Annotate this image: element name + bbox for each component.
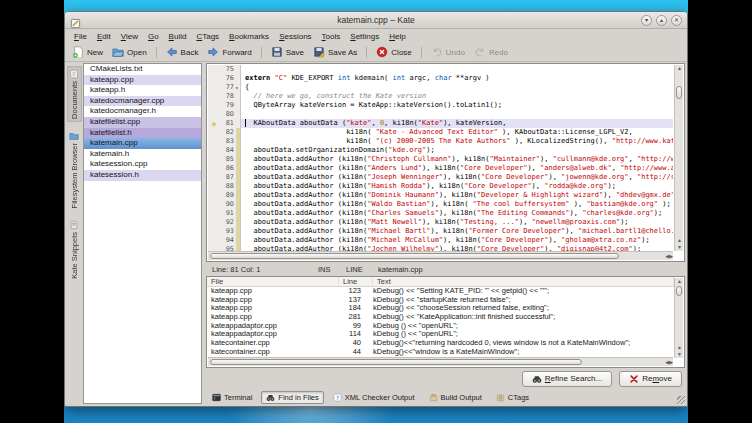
menu-go[interactable]: Go [148,32,159,41]
scroll-down-icon[interactable]: ▼ [675,244,684,251]
code-line[interactable]: ★81 KAboutData aboutData ("kate", 0, ki1… [208,119,673,128]
toolview-tab-ctags[interactable]: CTags [491,391,534,404]
folding-column[interactable]: ▾ [236,83,241,92]
folding-column[interactable] [236,137,241,146]
icon-border[interactable] [208,101,220,110]
folding-column[interactable] [236,110,241,119]
code-line[interactable]: 80 [208,110,673,119]
editor-vscroll-thumb[interactable] [676,86,682,99]
icon-border[interactable] [208,137,220,146]
code-line[interactable]: 83 ki18n( "(c) 2000-2005 The Kate Author… [208,137,673,146]
fold-marker-icon[interactable]: ▾ [235,83,239,92]
close-button[interactable]: ✕ [671,15,682,26]
code-line[interactable]: 88 aboutData.addAuthor (ki18n("Hamish Ro… [208,182,673,191]
search-result-row[interactable]: kateapp.cpp123kDebug() << "Setting KATE_… [207,287,674,296]
window-resize-grip[interactable] [677,396,685,404]
open-button[interactable]: Open [109,45,150,59]
icon-border[interactable] [208,92,220,101]
scroll-left-right-icons[interactable]: ◀▶ [665,358,673,367]
folding-column[interactable] [236,236,241,245]
document-list-item[interactable]: katemain.cpp [84,138,201,149]
menu-file[interactable]: File [74,32,87,41]
icon-border[interactable] [208,65,220,74]
icon-border[interactable] [208,155,220,164]
document-list-item[interactable]: katemain.h [84,149,201,160]
folding-column[interactable] [236,191,241,200]
icon-border[interactable] [208,164,220,173]
icon-border[interactable] [208,146,220,155]
folding-column[interactable] [236,182,241,191]
menu-tools[interactable]: Tools [322,32,341,41]
search-result-row[interactable]: kateapp.cpp137kDebug() << "startupKate r… [207,296,674,305]
document-list-item[interactable]: katedocmanager.h [84,106,201,117]
editor-vertical-scrollbar[interactable]: ▲ ▲ ▼ [674,65,683,251]
document-list-item[interactable]: kateapp.cpp [84,75,201,86]
code-line[interactable]: 87 aboutData.addAuthor (ki18n("Joseph We… [208,173,673,182]
menu-help[interactable]: Help [389,32,405,41]
code-line[interactable]: 76extern "C" KDE_EXPORT int kdemain( int… [208,74,673,83]
editor-horizontal-scrollbar[interactable]: ◀▶ [208,251,673,260]
code-line[interactable]: 79 QByteArray kateVersion = KateApp::kat… [208,101,673,110]
menu-ctags[interactable]: CTags [196,32,219,41]
code-line[interactable]: 93 aboutData.addAuthor (ki18n("Michael B… [208,227,673,236]
save-button[interactable]: Save [268,45,307,59]
document-list-item[interactable]: kateapp.h [84,85,201,96]
code-line[interactable]: 90 aboutData.addAuthor (ki18n("Waldo Bas… [208,200,673,209]
results-hscroll-thumb[interactable] [210,359,582,365]
minimize-button[interactable]: ▾ [641,15,652,26]
menu-view[interactable]: View [121,32,138,41]
code-line[interactable]: 86 aboutData.addAuthor (ki18n("Anders Lu… [208,164,673,173]
code-line[interactable]: 85 aboutData.addAuthor (ki18n("Christoph… [208,155,673,164]
code-line[interactable]: 91 aboutData.addAuthor (ki18n("Charles S… [208,209,673,218]
scroll-up-icon[interactable]: ▲ [675,65,684,72]
undo-button[interactable]: Undo [428,45,468,59]
document-list-item[interactable]: katefilelist.h [84,128,201,139]
icon-border[interactable] [208,218,220,227]
search-result-row[interactable]: katecontainer.cpp40kDebug()<<"returning … [207,339,674,348]
results-vscroll-thumb[interactable] [676,286,682,296]
code-editor[interactable]: 7576extern "C" KDE_EXPORT int kdemain( i… [206,63,685,262]
results-column-header[interactable]: Line [339,277,373,286]
folding-column[interactable] [236,92,241,101]
icon-border[interactable] [208,209,220,218]
back-button[interactable]: Back [163,45,202,59]
new-button[interactable]: New [69,45,106,59]
folding-column[interactable] [236,218,241,227]
toolview-tab-terminal[interactable]: Terminal [207,391,257,404]
scroll-down-icon[interactable]: ▼ [675,351,684,358]
redo-button[interactable]: Redo [471,45,511,59]
sidebar-tab-kate-snippets[interactable]: Kate Snippets [67,217,82,282]
folding-column[interactable] [236,155,241,164]
icon-border[interactable] [208,74,220,83]
editor-hscroll-thumb[interactable] [210,253,619,259]
menu-sessions[interactable]: Sessions [279,32,311,41]
icon-border[interactable] [208,200,220,209]
code-line[interactable]: 75 [208,65,673,74]
document-list-item[interactable]: katedocmanager.cpp [84,96,201,107]
results-vertical-scrollbar[interactable]: ▲ ▲ ▼ [674,278,683,358]
code-line[interactable]: 82 ki18n( "Kate - Advanced Text Editor" … [208,128,673,137]
code-line[interactable]: 84 aboutData.setOrganizationDomain("kde.… [208,146,673,155]
results-horizontal-scrollbar[interactable]: ◀▶ [208,357,673,366]
save-as-button[interactable]: Save As [310,45,360,59]
remove-button[interactable]: Remove [619,371,682,387]
folding-column[interactable] [236,227,241,236]
icon-border[interactable]: ★ [208,119,220,128]
sidebar-tab-documents[interactable]: Documents [67,66,82,122]
icon-border[interactable] [208,191,220,200]
document-list-item[interactable]: katefilelist.cpp [84,117,201,128]
folding-column[interactable] [236,173,241,182]
folding-column[interactable] [236,146,241,155]
toolview-tab-xml-checker-output[interactable]: ?XML Checker Output [328,391,420,404]
folding-column[interactable] [236,101,241,110]
folding-column[interactable] [236,209,241,218]
scroll-up-icon[interactable]: ▲ [675,344,684,351]
refine-search-button[interactable]: Refine Search... [522,371,612,387]
scroll-left-right-icons[interactable]: ◀▶ [665,252,673,261]
folding-column[interactable] [236,128,241,137]
code-line[interactable]: 78 // here we go, construct the Kate ver… [208,92,673,101]
icon-border[interactable] [208,182,220,191]
titlebar[interactable]: katemain.cpp – Kate ▾▴✕ [65,12,687,29]
menu-edit[interactable]: Edit [97,32,111,41]
code-line[interactable]: 92 aboutData.addAuthor (ki18n("Matt Newe… [208,218,673,227]
